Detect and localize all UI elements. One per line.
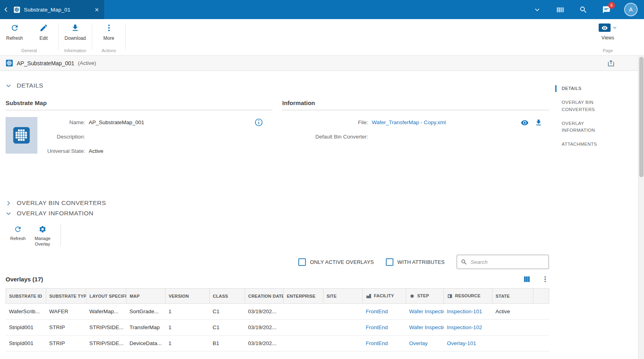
overlay-cell: 03/19/202... [245,320,284,336]
preview-file-icon[interactable] [521,119,529,127]
substrate-map-panel: Substrate Map Name: AP_SubstrateMap_001 [6,100,272,155]
overlay-cell: Wafer Inspection [406,304,444,320]
default-bin-converter-label: Default Bin Converter: [282,134,368,140]
overlay-cell: Inspection-102 [444,320,492,336]
column-header-creation-date[interactable]: CREATION DATE [245,289,284,304]
nav-item-overlay-bin-converters[interactable]: OVERLAY BIN CONVERTERS [555,99,608,113]
file-link[interactable]: Wafer_TransferMap - Copy.xml [372,119,446,125]
tab-substrate-map[interactable]: Substrate_Map_01 [12,0,104,19]
overlay-cell: TransferMap [126,320,165,336]
column-header-facility[interactable]: FACILITY [363,289,406,304]
column-header-substrate-id[interactable]: SUBSTRATE ID [6,289,46,304]
more-button-label: More [103,35,114,41]
entity-state: (Active) [78,60,96,66]
universal-state-value: Active [89,148,103,154]
details-section-header[interactable]: DETAILS [6,82,555,89]
tab-title: Substrate_Map_01 [24,7,70,13]
overlay-cell: 1 [165,336,210,351]
manage-overlay-button[interactable]: Manage Overlay [30,223,55,247]
refresh-button-label: Refresh [6,35,23,41]
views-button[interactable]: Views [591,19,625,48]
overlay-refresh-button[interactable]: Refresh [6,223,30,247]
overlay-row[interactable]: StripId001STRIPSTRIP/SIDE...TransferMap1… [6,320,549,336]
substrate-map-panel-title: Substrate Map [6,100,272,110]
navigate-up-icon[interactable] [607,59,615,67]
nav-item-details[interactable]: DETAILS [555,85,608,92]
column-header-version[interactable]: VERSION [165,289,210,304]
user-avatar[interactable]: A [624,3,638,16]
information-panel-title: Information [282,100,549,110]
overlay-bin-converters-section-header[interactable]: OVERLAY BIN CONVERTERS [6,199,555,207]
overlay-cell: WaferMap... [86,304,126,320]
overlays-title: Overlays (17) [6,276,43,283]
overlay-cell: Overlay [406,336,444,351]
overlay-row[interactable]: StripId001STRIPSTRIP/SIDE...DeviceData..… [6,336,549,351]
column-header-enterprise[interactable]: ENTERPRISE [284,289,323,304]
table-options-icon[interactable] [541,275,549,283]
cell-link[interactable]: Inspection-102 [447,324,483,330]
nav-item-attachments[interactable]: ATTACHMENTS [555,141,608,148]
edit-button[interactable]: Edit [29,19,58,48]
overlay-cell: 1 [165,304,210,320]
overlay-row[interactable]: WaferScrib...WAFERWaferMap...SortGrade..… [6,304,549,320]
dropdown-chevron-icon[interactable] [525,7,549,13]
cell-link[interactable]: Wafer Inspection [409,308,444,314]
info-icon[interactable] [255,118,263,127]
barcode-scan-icon[interactable] [549,6,572,14]
with-attributes-checkbox[interactable]: WITH ATTRIBUTES [386,258,445,266]
column-header-substrate-type[interactable]: SUBSTRATE TYPE [46,289,86,304]
overlay-cell: 03/19/202... [245,304,284,320]
column-header-state[interactable]: STATE [492,289,533,304]
vertical-scrollbar[interactable] [638,56,644,359]
overlay-cell: StripId001 [6,336,46,351]
cell-link[interactable]: FrontEnd [366,324,388,330]
overlay-cell: STRIP [46,320,86,336]
cell-link[interactable]: Overlay-101 [447,340,477,346]
overlay-filters: ONLY ACTIVE OVERLAYS WITH ATTRIBUTES [6,255,549,269]
overlay-information-section-header[interactable]: OVERLAY INFORMATION [6,210,555,217]
overlay-cell: B1 [210,336,245,351]
column-header-blank[interactable] [533,289,549,304]
overlay-cell: STRIP/SIDE... [86,320,126,336]
column-header-class[interactable]: CLASS [210,289,245,304]
cell-link[interactable]: Overlay [409,340,428,346]
refresh-button[interactable]: Refresh [0,19,29,48]
gear-icon [39,225,47,233]
cell-link[interactable]: Inspection-101 [447,308,483,314]
column-header-site[interactable]: SITE [323,289,363,304]
tab-strip: Substrate_Map_01 [0,0,104,19]
back-button[interactable] [0,0,12,19]
manage-columns-icon[interactable] [523,275,531,283]
column-header-step[interactable]: STEP [406,289,444,304]
eye-icon [599,23,611,32]
scrollbar-thumb[interactable] [639,57,644,177]
overlay-cell: StripId001 [6,320,46,336]
nav-item-overlay-information[interactable]: OVERLAY INFORMATION [555,120,608,134]
overlay-cell [284,304,323,320]
step-icon [409,293,415,299]
only-active-overlays-checkbox[interactable]: ONLY ACTIVE OVERLAYS [298,258,374,266]
search-icon[interactable] [572,6,595,14]
cell-link[interactable]: FrontEnd [366,340,388,346]
views-dropdown-chevron-icon[interactable] [613,25,617,30]
column-header-map[interactable]: MAP [126,289,165,304]
close-tab-icon[interactable] [94,7,99,12]
more-button[interactable]: More [92,19,125,48]
cell-link[interactable]: FrontEnd [366,308,388,314]
column-header-resource[interactable]: RESOURCE [444,289,492,304]
column-header-layout-specification[interactable]: LAYOUT SPECIFICATION [86,289,126,304]
overlay-cell: SortGrade... [126,304,165,320]
universal-state-label: Universal State: [37,148,85,154]
edit-button-label: Edit [39,35,48,41]
description-label: Description: [37,134,85,140]
download-file-icon[interactable] [535,119,543,127]
search-input[interactable] [471,259,545,265]
group-label-page: Page [591,48,625,55]
chevron-down-icon [6,83,12,89]
group-label-actions: Actions [92,48,125,55]
messages-icon[interactable]: 6 [595,6,618,14]
ribbon-group-page: Views Page [591,19,625,55]
download-button[interactable]: Download [58,19,92,48]
cell-link[interactable]: Wafer Inspection [409,324,444,330]
overlay-cell: DeviceData... [126,336,165,351]
